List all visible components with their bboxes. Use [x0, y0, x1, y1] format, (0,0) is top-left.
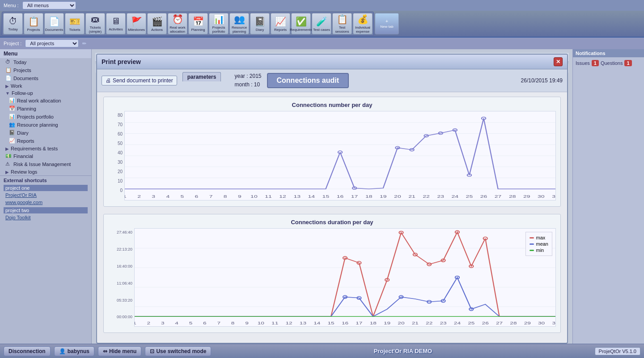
svg-text:7: 7	[217, 320, 220, 326]
sidebar-item-financial[interactable]: 💵 Financial	[0, 152, 91, 160]
toolbar-btn-expense[interactable]: 💰 Individual expense	[353, 13, 373, 34]
svg-text:22: 22	[426, 320, 432, 326]
month-label: month : 10	[234, 81, 261, 89]
disconnection-button[interactable]: Disconnection	[4, 346, 51, 356]
x-label-17: 17	[351, 194, 358, 199]
y-label-70: 70	[108, 122, 123, 127]
portfolio-icon: 📊	[213, 14, 225, 25]
toolbar-btn-expense-label: Individual expense	[353, 26, 372, 34]
switched-mode-button[interactable]: ⊡ Use switched mode	[145, 346, 211, 356]
toolbar-btn-actions[interactable]: 🎬 Actions	[147, 13, 167, 34]
sidebar-item-requirements[interactable]: ▶ Requirements & tests	[0, 145, 91, 152]
dialog-close-button[interactable]: ✕	[554, 57, 563, 66]
ext-link-ria[interactable]: Project'Or RIA	[4, 192, 88, 199]
report-title-button[interactable]: Connections audit	[267, 73, 349, 88]
x-label-25: 25	[466, 194, 473, 199]
toolbar-btn-tickets-label: Tickets	[69, 28, 80, 32]
sidebar-item-review[interactable]: ▶ Review logs	[0, 168, 91, 175]
x-label-23: 23	[437, 194, 444, 199]
toolbar-btn-resource[interactable]: 👥 Resource planning	[229, 13, 249, 34]
toolbar-btn-reports[interactable]: 📈 Reports	[271, 13, 290, 34]
ext-project-two-label: project two	[4, 207, 88, 213]
ext-link-dojo[interactable]: Dojo Toolkit	[4, 214, 88, 221]
svg-text:8: 8	[231, 320, 235, 326]
toolbar-btn-tickets[interactable]: 🎫 Tickets	[65, 13, 85, 34]
x-label-14: 14	[308, 194, 315, 199]
milestones-icon: 🚩	[131, 16, 142, 27]
today-sidebar-icon: ⏱	[5, 59, 12, 65]
x-label-13: 13	[293, 194, 301, 199]
sidebar-item-diary[interactable]: 📓 Diary	[0, 129, 91, 137]
toolbar-btn-portfolio[interactable]: 📊 Projects portfolio	[209, 13, 229, 34]
user-button[interactable]: 👤 babynus	[54, 346, 94, 356]
toolbar-btn-projects[interactable]: 📋 Projects	[24, 13, 43, 34]
sidebar-item-followup[interactable]: ▼ Follow-up	[0, 90, 91, 97]
sidebar-item-portfolio[interactable]: 📊 Projects portfolio	[0, 113, 91, 121]
toolbar-btn-actions-label: Actions	[151, 28, 163, 32]
legend-max-label: max	[536, 235, 545, 240]
toolbar-btn-new-tab[interactable]: + New tab	[375, 13, 399, 34]
sidebar-item-work[interactable]: ▶ Work	[0, 82, 91, 90]
planning-icon: 📅	[193, 16, 204, 27]
x-label-4: 4	[166, 194, 169, 199]
toolbar-btn-diary-label: Diary	[256, 28, 264, 32]
chart2-y-label-6: 00:00:00	[108, 315, 132, 319]
hide-menu-button[interactable]: ⇔ Hide menu	[98, 346, 141, 356]
sidebar-item-work-label: Work	[11, 83, 22, 89]
toolbar-btn-diary[interactable]: 📓 Diary	[250, 13, 270, 34]
sidebar-item-today[interactable]: ⏱ Today	[0, 58, 91, 66]
print-button[interactable]: 🖨 Send document to printer	[102, 76, 177, 85]
followup-expand-icon: ▼	[5, 91, 10, 96]
chart2-svg-area: 1 2 3 4 5 6 7 8 9 10 11	[134, 228, 556, 328]
x-label-18: 18	[365, 194, 373, 199]
toolbar-btn-tickets-simple[interactable]: 🎟 Tickets (simple)	[85, 13, 105, 34]
menu-dropdown[interactable]: All menus	[22, 1, 76, 9]
sidebar-item-documents[interactable]: 📄 Documents	[0, 74, 91, 82]
resource-sidebar-icon: 👥	[9, 122, 15, 128]
portfolio-sidebar-icon: 📊	[9, 114, 15, 120]
x-label-24: 24	[452, 194, 459, 199]
toolbar-btn-testcases[interactable]: 🧪 Test cases	[312, 13, 331, 34]
edit-project-icon[interactable]: ✏	[82, 41, 86, 47]
svg-text:13: 13	[300, 320, 307, 326]
x-label-19: 19	[380, 194, 387, 199]
toolbar-btn-today[interactable]: ⏱ Today	[3, 13, 23, 34]
svg-text:31: 31	[552, 320, 556, 326]
svg-text:1: 1	[134, 320, 136, 326]
toolbar-btn-planning[interactable]: 📅 Planning	[188, 13, 208, 34]
x-label-5: 5	[181, 194, 184, 199]
toolbar-btn-activities[interactable]: 🖥 Activities	[106, 13, 126, 34]
user-icon: 👤	[59, 348, 66, 354]
params-tab[interactable]: parameters	[182, 72, 221, 81]
chart1-container: Connections number per day 80 70 60 50 4…	[103, 97, 561, 207]
toolbar-btn-realwork[interactable]: ⏰ Real work allocation	[168, 13, 187, 34]
project-dropdown[interactable]: All projects	[25, 39, 79, 47]
ext-link-google[interactable]: www.google.com	[4, 199, 88, 206]
toolbar-btn-requirements[interactable]: ✅ Requirements	[291, 13, 311, 34]
legend-mean-label: mean	[536, 241, 548, 247]
toolbar-btn-documents-label: Documents	[45, 28, 63, 32]
svg-text:25: 25	[468, 320, 475, 326]
right-panel-issues-row: Issues 1 Questions 1	[573, 57, 644, 69]
app-version: V5.1.0	[622, 349, 636, 354]
svg-text:5: 5	[189, 320, 193, 326]
app-name: Project'Or RIA DEMO	[374, 348, 432, 354]
toolbar-btn-documents[interactable]: 📄 Documents	[44, 13, 64, 34]
toolbar-btn-testsessions[interactable]: 📋 Test sessions	[332, 13, 352, 34]
bottom-center: Project'Or RIA DEMO	[215, 348, 591, 354]
sidebar-item-reports[interactable]: 📈 Reports	[0, 137, 91, 145]
sidebar-item-risk[interactable]: ⚠ Risk & Issue Management	[0, 160, 91, 168]
sidebar-item-requirements-label: Requirements & tests	[11, 146, 58, 151]
toolbar-btn-portfolio-label: Projects portfolio	[209, 26, 228, 34]
sidebar-item-today-label: Today	[13, 60, 26, 65]
sidebar-item-realwork[interactable]: 📊 Real work allocation	[0, 97, 91, 105]
toolbar-btn-milestones[interactable]: 🚩 Milestones	[127, 13, 146, 34]
sidebar-item-resource[interactable]: 👥 Resource planning	[0, 121, 91, 129]
x-label-1: 1	[124, 194, 127, 199]
chart2-y-axis: 27:46:40 22:13:20 16:40:00 11:06:40 05:3…	[108, 228, 134, 328]
year-label: year : 2015	[234, 72, 261, 81]
sidebar-item-planning[interactable]: 📅 Planning	[0, 105, 91, 113]
sidebar-menu-label: Menu	[4, 51, 17, 57]
sidebar-item-projects[interactable]: 📋 Projects	[0, 66, 91, 74]
report-date: 26/10/2015 19:49	[521, 77, 563, 84]
